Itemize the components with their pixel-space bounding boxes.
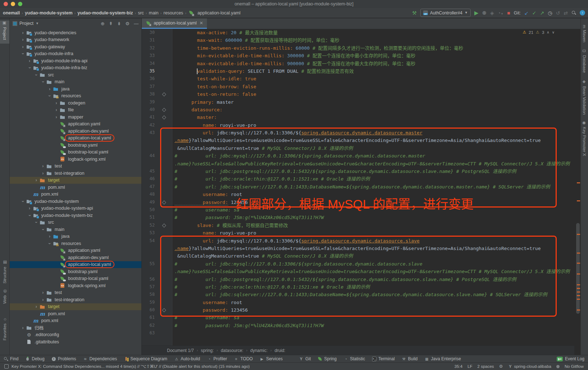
tree-item[interactable]: ›test-integration bbox=[10, 296, 141, 303]
chevron-collapsed-icon[interactable]: › bbox=[53, 115, 59, 119]
tree-item[interactable]: application.yaml bbox=[10, 121, 141, 128]
tree-item[interactable]: ›yudao-module-system-biz bbox=[10, 212, 141, 219]
breadcrumb-item[interactable]: yudao-module-system-biz bbox=[77, 10, 133, 15]
code-row[interactable]: 42 name: ruoyi-vue-pro bbox=[142, 121, 574, 129]
gradle-sync-icon[interactable] bbox=[556, 365, 560, 368]
code-row[interactable]: 57# url: jdbc:oracle:thin:@127.0.0.1:152… bbox=[142, 283, 574, 291]
tree-item[interactable]: ›src bbox=[10, 71, 141, 79]
code-row[interactable]: .name}?useSSL=false&allowPublicKeyRetrie… bbox=[142, 268, 574, 275]
tree-item[interactable]: logback-spring.xml bbox=[10, 156, 141, 163]
code-row[interactable]: 60 password: 123456 bbox=[142, 306, 574, 314]
tree-item[interactable]: ›codegen bbox=[10, 99, 141, 107]
tool-button-build[interactable]: ⚒Build bbox=[402, 356, 418, 361]
git-branch-widget[interactable]: spring-cloud-alibaba bbox=[508, 364, 551, 369]
tree-item[interactable]: application.yaml bbox=[10, 247, 141, 254]
tree-item[interactable]: bootstrap.yaml bbox=[10, 268, 141, 275]
tree-item[interactable]: ›main bbox=[10, 226, 141, 233]
close-icon[interactable]: ✕ bbox=[200, 21, 203, 26]
chevron-collapsed-icon[interactable]: › bbox=[33, 178, 39, 182]
tool-button-favorites[interactable]: Favorites ☆ bbox=[0, 315, 9, 340]
indent-setting[interactable]: 2 spaces bbox=[478, 364, 494, 369]
code-row[interactable]: 44# url: jdbc:mysql://127.0.0.1:3306/${s… bbox=[142, 152, 574, 160]
tool-button-spring[interactable]: Spring bbox=[318, 356, 337, 361]
tool-button-problems[interactable]: Problems bbox=[51, 356, 76, 361]
tool-button-java-enterprise[interactable]: ▦Java Enterprise bbox=[425, 356, 461, 361]
gitflow-status[interactable]: No Gitflow bbox=[565, 364, 584, 369]
code-row[interactable]: 45# url: jdbc:postgresql://127.0.0.1:543… bbox=[142, 168, 574, 175]
code-row[interactable]: &nullCatalogMeansCurrent=true # MySQL Co… bbox=[142, 252, 574, 260]
chevron-collapsed-icon[interactable]: › bbox=[20, 31, 26, 35]
chevron-collapsed-icon[interactable]: › bbox=[46, 234, 53, 239]
fold-marker-icon[interactable] bbox=[156, 306, 172, 314]
chevron-collapsed-icon[interactable]: › bbox=[27, 59, 33, 63]
status-message[interactable]: Key Promoter X: Command Show Dependencie… bbox=[12, 364, 250, 369]
code-row[interactable]: 41 master: bbox=[142, 113, 574, 121]
chevron-collapsed-icon[interactable]: › bbox=[20, 326, 26, 330]
tree-item[interactable]: application-dev.yaml bbox=[10, 128, 141, 135]
code-row[interactable]: 35 validation-query: SELECT 1 FROM DUAL … bbox=[142, 67, 574, 75]
editor-breadcrumb-item[interactable]: datasource: bbox=[221, 348, 243, 353]
tree-item[interactable]: bootstrap-local.yaml bbox=[10, 149, 141, 156]
code-row[interactable]: 36 test-while-idle: true bbox=[142, 75, 574, 83]
code-row[interactable]: 54 url: jdbc:mysql://127.0.0.1:3306/${sp… bbox=[142, 237, 574, 245]
breadcrumb-item[interactable]: main bbox=[149, 10, 158, 15]
tool-button-debug[interactable]: Debug bbox=[25, 356, 44, 361]
tree-item[interactable]: ›yudao-module-system bbox=[10, 198, 141, 205]
tree-item[interactable]: pom.xml bbox=[10, 310, 141, 317]
coverage-button[interactable]: ◈ bbox=[490, 10, 494, 15]
tree-item[interactable]: ›yudao-module-infra-biz bbox=[10, 64, 141, 72]
code-row[interactable]: 43 url: jdbc:mysql://127.0.0.1:3306/${sp… bbox=[142, 129, 574, 137]
tree-item[interactable]: ›yudao-module-system-api bbox=[10, 205, 141, 212]
settings-gear-icon[interactable]: ⚙ bbox=[125, 21, 130, 26]
tab-application-local-yaml[interactable]: application-local.yaml ✕ bbox=[142, 18, 207, 29]
chevron-expanded-icon[interactable]: › bbox=[34, 219, 39, 226]
tree-item[interactable]: ›java bbox=[10, 233, 141, 240]
editor-breadcrumb-item[interactable]: druid: bbox=[275, 348, 285, 353]
tool-button-structure[interactable]: Structure ▤ bbox=[0, 258, 9, 284]
tree-item[interactable]: ›test-integration bbox=[10, 170, 141, 177]
git-update-button[interactable]: ↙ bbox=[524, 10, 529, 15]
chevron-collapsed-icon[interactable]: › bbox=[40, 171, 46, 175]
code-row[interactable]: 40 datasource: bbox=[142, 106, 574, 113]
code-row[interactable]: 52 slave: # 模拟从库，可根据自己需要修改 bbox=[142, 222, 574, 229]
history-button[interactable]: ◷ bbox=[548, 10, 552, 15]
editor-breadcrumb-item[interactable]: Document 1/7 bbox=[167, 348, 194, 353]
tree-item[interactable]: ›resources bbox=[10, 240, 141, 247]
chevron-expanded-icon[interactable]: › bbox=[48, 240, 52, 246]
code-row[interactable]: 62# password: JSm:g(*%lU4ZAkz06cd52KqT3)… bbox=[142, 322, 574, 329]
tree-item[interactable]: ›mapper bbox=[10, 113, 141, 121]
tool-button-profiler[interactable]: ◔Profiler bbox=[207, 356, 227, 361]
tree-item[interactable]: ›yudao-dependencies bbox=[10, 29, 141, 36]
tree-item[interactable]: application-local.yaml bbox=[10, 135, 141, 142]
fold-marker-icon[interactable] bbox=[156, 113, 172, 121]
chevron-expanded-icon[interactable]: › bbox=[48, 93, 52, 99]
hide-panel-button[interactable]: — bbox=[134, 21, 139, 26]
run-configuration-select[interactable]: AuthController#4 ▼ bbox=[420, 9, 471, 17]
chevron-collapsed-icon[interactable]: › bbox=[20, 45, 26, 49]
chevron-expanded-icon[interactable]: › bbox=[27, 65, 32, 71]
fold-marker-icon[interactable] bbox=[156, 90, 172, 98]
tool-button-services[interactable]: ▶Services bbox=[259, 356, 282, 361]
code-row[interactable]: 59 username: root bbox=[142, 299, 574, 306]
code-row[interactable]: 39 primary: master bbox=[142, 98, 574, 106]
tree-item[interactable]: logback-spring.xml bbox=[10, 282, 141, 289]
code-row[interactable]: 47# url: jdbc:sqlserver://127.0.0.1:1433… bbox=[142, 183, 574, 191]
fold-marker-icon[interactable] bbox=[156, 199, 172, 206]
code-row[interactable]: 38 test-on-return: false bbox=[142, 90, 574, 98]
tree-item[interactable]: ›java bbox=[10, 85, 141, 93]
chevron-expanded-icon[interactable]: › bbox=[21, 198, 25, 204]
tool-button-git[interactable]: Git bbox=[299, 356, 311, 361]
code-row[interactable]: .name}?allowMultiQueries=true&useUnicode… bbox=[142, 137, 574, 144]
chevron-collapsed-icon[interactable]: › bbox=[27, 206, 33, 210]
editor-breadcrumb-item[interactable]: dynamic: bbox=[250, 348, 268, 353]
chevron-collapsed-icon[interactable]: › bbox=[46, 87, 53, 91]
breadcrumb-item[interactable]: yudao-module-system bbox=[25, 10, 73, 15]
breadcrumb-item[interactable]: application-local.yaml bbox=[198, 10, 241, 15]
chevron-collapsed-icon[interactable]: › bbox=[40, 164, 46, 168]
rollback-button[interactable]: ↺ bbox=[556, 10, 560, 15]
run-button[interactable]: ▶ bbox=[474, 10, 479, 15]
fold-marker-icon[interactable] bbox=[156, 222, 172, 229]
code-row[interactable]: .name}?useSSL=false&allowPublicKeyRetrie… bbox=[142, 160, 574, 168]
inspection-widget[interactable]: ⚠ 21 ⚠ 3 ∧ ∨ bbox=[523, 30, 555, 35]
expand-all-button[interactable]: ⇞ bbox=[109, 21, 113, 26]
